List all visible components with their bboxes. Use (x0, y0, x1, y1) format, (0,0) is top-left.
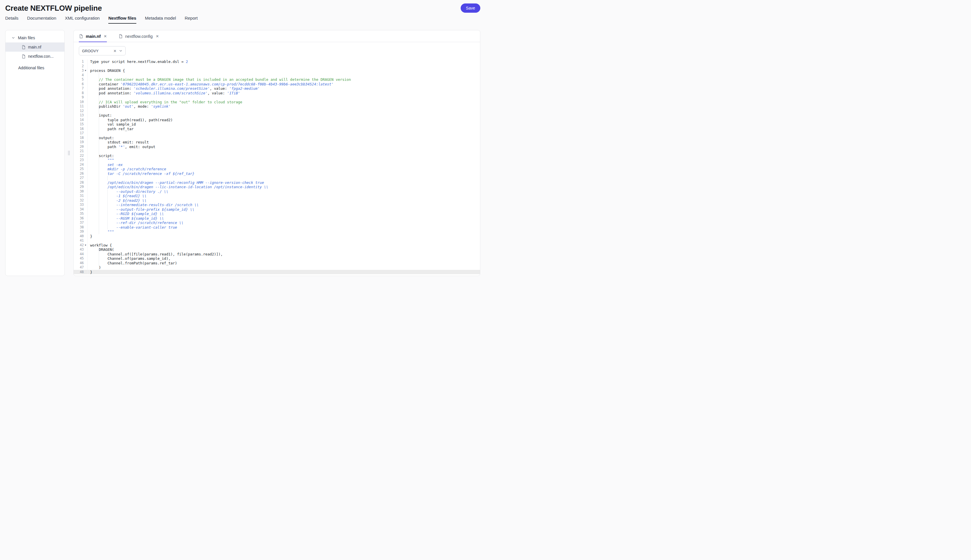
code-line[interactable]: 22 script: (73, 153, 480, 158)
code-text (87, 176, 480, 180)
code-line[interactable]: 32 -2 ${read2} \\ (73, 198, 480, 203)
code-line[interactable]: 30 --output-directory ./ \\ (73, 189, 480, 194)
code-line[interactable]: 37 --ref-dir /scratch/reference \\ (73, 220, 480, 225)
close-icon[interactable]: × (104, 34, 107, 39)
code-line[interactable]: 4 (73, 73, 480, 78)
file-icon (118, 34, 123, 38)
tab-details[interactable]: Details (5, 16, 18, 24)
gutter: 39 (73, 230, 87, 234)
code-line[interactable]: 13 input: (73, 113, 480, 118)
code-line[interactable]: 31 -1 ${read1} \\ (73, 194, 480, 198)
main-files-section[interactable]: Main files (5, 34, 64, 42)
line-number: 44 (80, 252, 84, 257)
indent-guide (99, 127, 99, 131)
code-line[interactable]: 19 stdout emit: result (73, 140, 480, 145)
line-number: 35 (80, 212, 84, 216)
code-line[interactable]: 27 (73, 176, 480, 180)
tab-nextflow-files[interactable]: Nextflow files (108, 16, 136, 24)
gutter: 44 (73, 252, 87, 257)
fold-slot (84, 216, 87, 221)
tab-report[interactable]: Report (185, 16, 198, 24)
code-line[interactable]: 26 tar -C /scratch/reference -xf ${ref_t… (73, 172, 480, 176)
code-line[interactable]: 16 path ref_tar (73, 127, 480, 131)
code-line[interactable]: 14 tuple path(read1), path(read2) (73, 118, 480, 122)
file-tree-item[interactable]: main.nf (5, 42, 64, 52)
code-line[interactable]: 46 Channel.fromPath(params.ref_tar) (73, 261, 480, 265)
indent-guide (99, 252, 99, 257)
code-line[interactable]: 12 (73, 109, 480, 113)
indent-guide (107, 216, 108, 221)
code-text: script: (87, 153, 480, 158)
code-line[interactable]: 43 DRAGEN( (73, 247, 480, 252)
code-line[interactable]: 21 (73, 149, 480, 153)
code-line[interactable]: 24 set -ex (73, 163, 480, 167)
code-line[interactable]: 20 path '*', emit: output (73, 145, 480, 149)
code-line[interactable]: 8 pod annotation: 'volumes.illumina.com/… (73, 91, 480, 95)
tab-metadata-model[interactable]: Metadata model (145, 16, 176, 24)
line-number: 29 (80, 185, 84, 189)
line-number: 4 (82, 73, 84, 78)
code-line[interactable]: 28 /opt/edico/bin/dragen --partial-recon… (73, 180, 480, 185)
code-line[interactable]: 6 container '079623148045.dkr.ecr.us-eas… (73, 82, 480, 87)
code-line[interactable]: 42▾workflow { (73, 243, 480, 248)
gutter: 18 (73, 136, 87, 140)
code-line[interactable]: 15 val sample_id (73, 122, 480, 127)
code-line[interactable]: 10 // ICA will upload everything in the … (73, 100, 480, 105)
indent-guide (99, 261, 99, 265)
code-line[interactable]: 36 --RGSM ${sample_id} \\ (73, 216, 480, 221)
gutter: 46 (73, 261, 87, 265)
line-number: 34 (80, 207, 84, 212)
code-line[interactable]: 23 """ (73, 158, 480, 163)
line-number: 39 (80, 230, 84, 234)
gutter: 7 (73, 86, 87, 91)
file-tab-nextflow-config[interactable]: nextflow.config× (118, 34, 159, 42)
code-line[interactable]: 18 output: (73, 136, 480, 140)
fold-slot (84, 207, 87, 212)
code-line[interactable]: 9 (73, 95, 480, 100)
save-button[interactable]: Save (460, 3, 480, 13)
code-line[interactable]: 11 publishDir 'out', mode: 'symlink' (73, 104, 480, 109)
gutter: 40 (73, 234, 87, 239)
panel-resize-handle[interactable] (68, 151, 70, 155)
fold-toggle-icon[interactable]: ▾ (84, 68, 87, 73)
file-tab-main-nf[interactable]: main.nf× (79, 34, 107, 42)
code-line[interactable]: 25 mkdir -p /scratch/reference (73, 167, 480, 172)
clear-icon[interactable]: × (113, 48, 117, 53)
code-line[interactable]: 33 --intermediate-results-dir /scratch \… (73, 203, 480, 207)
code-line[interactable]: 34 --output-file-prefix ${sample_id} \\ (73, 207, 480, 212)
code-line[interactable]: 7 pod annotation: 'scheduler.illumina.co… (73, 86, 480, 91)
code-line[interactable]: 5 // The container must be a DRAGEN imag… (73, 77, 480, 82)
code-line[interactable]: 48} (73, 270, 480, 275)
code-line[interactable]: 17 (73, 131, 480, 136)
code-text: mkdir -p /scratch/reference (87, 167, 480, 172)
code-line[interactable]: 47 ) (73, 265, 480, 270)
fold-slot (84, 265, 87, 270)
line-number: 14 (80, 118, 84, 122)
code-line[interactable]: 3▾process DRAGEN { (73, 68, 480, 73)
code-line[interactable]: 2 (73, 64, 480, 69)
code-line[interactable]: 38 --enable-variant-caller true (73, 225, 480, 230)
code-line[interactable]: 1Type your script here.nextflow.enable.d… (73, 60, 480, 64)
file-tabs: main.nf×nextflow.config× (73, 30, 480, 42)
code-line[interactable]: 41 (73, 238, 480, 243)
additional-files-section[interactable]: Additional files (5, 63, 64, 72)
line-number: 32 (80, 198, 84, 203)
gutter: 27 (73, 176, 87, 180)
code-line[interactable]: 44 Channel.of([file(params.read1), file(… (73, 252, 480, 257)
code-line[interactable]: 39 """ (73, 230, 480, 234)
code-editor[interactable]: 1Type your script here.nextflow.enable.d… (73, 58, 480, 276)
code-line[interactable]: 35 --RGID ${sample_id} \\ (73, 212, 480, 216)
code-line[interactable]: 29 /opt/edico/bin/dragen --lic-instance-… (73, 185, 480, 189)
tab-documentation[interactable]: Documentation (27, 16, 56, 24)
close-icon[interactable]: × (156, 34, 159, 39)
gutter: 29 (73, 185, 87, 189)
fold-toggle-icon[interactable]: ▾ (84, 243, 87, 248)
code-line[interactable]: 40} (73, 234, 480, 239)
language-select[interactable]: GROOVY × (79, 46, 126, 55)
file-tree-item[interactable]: nextflow.con... (5, 52, 64, 61)
chevron-down-icon[interactable] (119, 49, 122, 53)
chevron-down-icon[interactable] (12, 36, 15, 40)
tab-xml-configuration[interactable]: XML configuration (65, 16, 100, 24)
code-text: --output-directory ./ \\ (87, 189, 480, 194)
code-line[interactable]: 45 Channel.of(params.sample_id), (73, 256, 480, 261)
